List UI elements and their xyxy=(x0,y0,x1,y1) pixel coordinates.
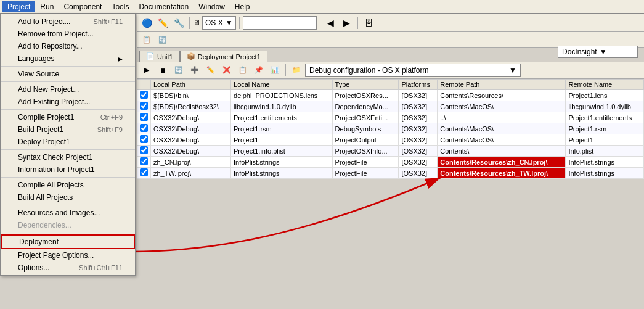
menu-languages[interactable]: Languages ▶ xyxy=(1,52,135,65)
menu-deployment[interactable]: Deployment xyxy=(1,234,135,249)
menu-build-all-projects[interactable]: Build All Projects xyxy=(1,191,135,204)
menu-window[interactable]: Window xyxy=(194,1,230,12)
menu-project[interactable]: Project xyxy=(2,1,35,12)
cell-local-name: InfoPlist.strings xyxy=(231,168,333,179)
menu-tools[interactable]: Tools xyxy=(107,1,134,12)
deploy-config-dropdown[interactable]: Debug configuration - OS X platform ▼ xyxy=(305,64,521,77)
menu-build-project1[interactable]: Build Project1 Shift+F9 xyxy=(1,123,135,136)
col-header-local-name[interactable]: Local Name xyxy=(231,80,333,90)
menu-dependencies[interactable]: Dependencies... xyxy=(1,219,135,231)
menu-help[interactable]: Help xyxy=(230,1,255,12)
cell-remote-name: Project1 xyxy=(566,134,644,146)
col-header-platforms[interactable]: Platforms xyxy=(399,80,438,90)
deploy-btn-6[interactable]: ❌ xyxy=(219,63,234,78)
menu-syntax-check-project1[interactable]: Syntax Check Project1 xyxy=(1,151,135,163)
table-row: OSX32\Debug\Project1ProjectOutput[OSX32]… xyxy=(137,134,644,146)
menu-add-to-repository[interactable]: Add to Repository... xyxy=(1,40,135,52)
cell-check[interactable] xyxy=(137,146,151,157)
cell-check[interactable] xyxy=(137,157,151,168)
toolbar-btn-3[interactable]: 🔧 xyxy=(171,15,186,30)
toolbar-sep-4 xyxy=(357,17,358,29)
col-header-remote-path[interactable]: Remote Path xyxy=(438,80,566,90)
cell-type: ProjectFile xyxy=(332,157,399,168)
separator-1 xyxy=(1,66,135,67)
menu-remove-from-project[interactable]: Remove from Project... xyxy=(1,28,135,40)
platform-dropdown[interactable]: OS X ▼ xyxy=(202,16,236,30)
cell-platforms: [OSX32] xyxy=(399,146,438,157)
tab-unit1[interactable]: 📄 Unit1 xyxy=(139,51,180,62)
deploy-config-arrow: ▼ xyxy=(509,66,516,75)
menu-view-source[interactable]: View Source xyxy=(1,68,135,80)
menu-compile-project1[interactable]: Compile Project1 Ctrl+F9 xyxy=(1,111,135,123)
deploy-config-label: Debug configuration - OS X platform xyxy=(309,66,428,75)
menu-deploy-project1[interactable]: Deploy Project1 xyxy=(1,136,135,148)
toolbar-btn-small-1[interactable]: 📋 xyxy=(139,33,154,47)
tab-deployment-icon: 📦 xyxy=(187,52,195,60)
toolbar-btn-small-2[interactable]: 🔄 xyxy=(155,33,170,47)
cell-remote-name: InfoPlist.strings xyxy=(566,157,644,168)
cell-check[interactable] xyxy=(137,168,151,179)
cell-check[interactable] xyxy=(137,101,151,112)
cell-remote-path: Contents\Resources\zh_CN.lproj\ xyxy=(438,157,566,168)
menu-component[interactable]: Component xyxy=(59,1,107,12)
deploy-btn-7[interactable]: 📋 xyxy=(235,63,250,78)
cell-platforms: [OSX32] xyxy=(399,101,438,112)
cell-local-path: ${BDS}\bin\ xyxy=(151,90,231,101)
cell-remote-name: Info.plist xyxy=(566,146,644,157)
deploy-btn-8[interactable]: 📌 xyxy=(251,63,266,78)
cell-check[interactable] xyxy=(137,123,151,134)
docinsight-dropdown[interactable]: DocInsight ▼ xyxy=(558,46,638,58)
tab-deployment[interactable]: 📦 Deployment Project1 xyxy=(180,51,267,62)
cell-local-name: Project1 xyxy=(231,134,333,146)
cell-type: DebugSymbols xyxy=(332,123,399,134)
toolbar-nav-fwd[interactable]: ▶ xyxy=(340,15,354,30)
cell-local-path: OSX32\Debug\ xyxy=(151,134,231,146)
deploy-btn-9[interactable]: 📊 xyxy=(267,63,282,78)
menu-documentation[interactable]: Documentation xyxy=(134,1,194,12)
tab-unit1-icon: 📄 xyxy=(146,52,155,60)
menu-compile-all-projects[interactable]: Compile All Projects xyxy=(1,179,135,191)
toolbar-nav-back[interactable]: ◀ xyxy=(324,15,338,30)
cell-remote-path: Contents\MacOS\ xyxy=(438,101,566,112)
cell-remote-path: ..\ xyxy=(438,112,566,123)
separator-4 xyxy=(1,149,135,150)
cell-type: DependencyMo... xyxy=(332,101,399,112)
cell-local-name: InfoPlist.strings xyxy=(231,157,333,168)
search-box[interactable] xyxy=(243,16,317,30)
deploy-btn-5[interactable]: ✏️ xyxy=(203,63,218,78)
cell-platforms: [OSX32] xyxy=(399,112,438,123)
table-row: ${BDS}\bin\delphi_PROJECTIONS.icnsProjec… xyxy=(137,90,644,101)
toolbar-btn-1[interactable]: 🔵 xyxy=(139,15,154,30)
menu-information-for-project1[interactable]: Information for Project1 xyxy=(1,163,135,176)
platform-selector-container: 🖥 OS X ▼ xyxy=(193,16,236,30)
cell-check[interactable] xyxy=(137,90,151,101)
cell-local-path: ${BDS}\Redist\osx32\ xyxy=(151,101,231,112)
cell-check[interactable] xyxy=(137,134,151,146)
deploy-btn-4[interactable]: ➕ xyxy=(187,63,202,78)
menu-add-existing-project[interactable]: Add Existing Project... xyxy=(1,96,135,108)
menu-add-to-project[interactable]: Add to Project... Shift+F11 xyxy=(1,15,135,28)
menu-options[interactable]: Options... Shift+Ctrl+F11 xyxy=(1,262,135,274)
deploy-btn-2[interactable]: ⏹ xyxy=(155,63,170,78)
deploy-btn-1[interactable]: ▶ xyxy=(139,63,154,78)
menu-run[interactable]: Run xyxy=(35,1,59,12)
separator-2 xyxy=(1,81,135,82)
cell-local-path: OSX32\Debug\ xyxy=(151,123,231,134)
col-header-local-path[interactable]: Local Path xyxy=(151,80,231,90)
toolbar-btn-db[interactable]: 🗄 xyxy=(361,15,376,30)
cell-remote-name: Project1.entitlements xyxy=(566,112,644,123)
cell-local-name: libcgunwind.1.0.dylib xyxy=(231,101,333,112)
deploy-btn-3[interactable]: 🔄 xyxy=(171,63,186,78)
menu-project-page-options[interactable]: Project Page Options... xyxy=(1,249,135,262)
col-header-type[interactable]: Type xyxy=(332,80,399,90)
toolbar-btn-2[interactable]: ✏️ xyxy=(155,15,170,30)
cell-check[interactable] xyxy=(137,112,151,123)
menu-add-new-project[interactable]: Add New Project... xyxy=(1,83,135,96)
cell-type: ProjectFile xyxy=(332,168,399,179)
menu-resources-and-images[interactable]: Resources and Images... xyxy=(1,207,135,219)
toolbar-sep-1 xyxy=(189,17,190,29)
col-header-remote-name[interactable]: Remote Name xyxy=(566,80,644,90)
cell-platforms: [OSX32] xyxy=(399,134,438,146)
deploy-toolbar: ▶ ⏹ 🔄 ➕ ✏️ ❌ 📋 📌 📊 📁 Debug configuration… xyxy=(137,62,644,79)
deploy-btn-10[interactable]: 📁 xyxy=(289,63,304,78)
